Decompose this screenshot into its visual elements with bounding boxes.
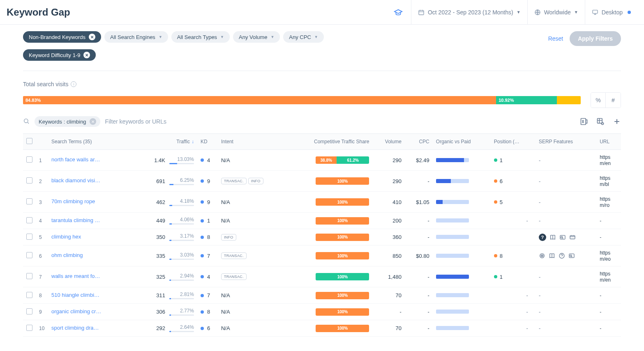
- position-value: -: [494, 292, 532, 298]
- add-button[interactable]: [613, 117, 621, 126]
- close-icon[interactable]: ✕: [90, 118, 96, 125]
- filter-chip-active[interactable]: Non-Branded Keywords✕: [23, 31, 101, 43]
- row-checkbox[interactable]: [26, 273, 32, 279]
- chevron-down-icon: ▼: [270, 35, 274, 39]
- keyword-link[interactable]: 70m climbing rope: [51, 198, 95, 204]
- info-icon[interactable]: i: [71, 81, 76, 87]
- keyword-link[interactable]: 510 hiangle climbi…: [51, 292, 99, 298]
- education-icon[interactable]: [385, 0, 411, 24]
- keyword-link[interactable]: north face walls ar…: [51, 156, 100, 163]
- row-checkbox[interactable]: [26, 292, 32, 298]
- device-selector[interactable]: Desktop: [585, 0, 637, 24]
- keyword-table: Search Terms (35) Traffic↓ KD Intent Com…: [23, 133, 621, 337]
- keyword-filter-label: Keywords : climbing: [39, 119, 86, 125]
- col-intent[interactable]: Intent: [218, 134, 286, 150]
- position-value: 1: [500, 157, 503, 163]
- visits-display-toggle: % #: [591, 92, 621, 108]
- help-icon: [559, 252, 565, 259]
- close-icon[interactable]: ✕: [83, 52, 90, 58]
- filter-chip-dropdown[interactable]: All Search Types▼: [171, 31, 230, 43]
- kd-value: 6: [207, 325, 210, 331]
- col-search-terms[interactable]: Search Terms (35): [48, 134, 127, 150]
- kd-dot-icon: [201, 275, 204, 278]
- select-all-checkbox[interactable]: [26, 138, 32, 144]
- col-position[interactable]: Position (…: [491, 134, 536, 150]
- geo-selector[interactable]: Worldwide ▼: [527, 0, 585, 24]
- kd-dot-icon: [201, 310, 204, 314]
- keyword-link[interactable]: walls are meant fo…: [51, 273, 100, 279]
- search-icon[interactable]: [23, 118, 30, 126]
- position-value: 5: [500, 199, 503, 205]
- intent-tags: TRANSAC.: [221, 252, 283, 259]
- col-ovp[interactable]: Organic vs Paid: [433, 134, 491, 150]
- keyword-link[interactable]: ohm climbing: [51, 252, 83, 258]
- filter-chip-dropdown[interactable]: Any Volume▼: [233, 31, 280, 43]
- url-value: httpsm/bl: [600, 175, 610, 187]
- kd-value: 9: [207, 199, 210, 205]
- organic-vs-paid-bar: [436, 326, 469, 330]
- table-settings-button[interactable]: [596, 117, 605, 126]
- traffic-percent: 2.94%: [169, 273, 194, 279]
- percent-toggle-button[interactable]: %: [591, 93, 606, 108]
- sort-arrow-icon: ↓: [192, 139, 194, 145]
- close-icon[interactable]: ✕: [89, 34, 95, 40]
- row-checkbox[interactable]: [26, 308, 32, 314]
- row-checkbox[interactable]: [26, 156, 32, 163]
- traffic-bar: [169, 298, 194, 299]
- date-range-selector[interactable]: Oct 2022 - Sep 2023 (12 Months) ▼: [411, 0, 527, 24]
- cpc-value: -: [427, 178, 429, 184]
- col-url[interactable]: URL: [596, 134, 621, 150]
- serp-dash: -: [539, 157, 540, 163]
- filter-chip-dropdown[interactable]: Any CPC▼: [283, 31, 323, 43]
- volume-value: 290: [392, 178, 402, 184]
- device-label: Desktop: [602, 9, 623, 16]
- kd-value: 9: [207, 178, 210, 184]
- competitive-share-bar: 100%: [316, 325, 369, 332]
- row-checkbox[interactable]: [26, 198, 32, 204]
- serp-dash: -: [539, 199, 540, 205]
- traffic-value: 350: [150, 234, 165, 240]
- position-dot-icon: [494, 254, 497, 257]
- kd-dot-icon: [201, 200, 204, 204]
- row-checkbox[interactable]: [26, 234, 32, 240]
- kd-dot-icon: [201, 254, 204, 257]
- kd-dot-icon: [201, 158, 204, 162]
- kd-value: 8: [207, 309, 210, 315]
- row-checkbox[interactable]: [26, 217, 32, 223]
- chevron-down-icon: ▼: [220, 35, 224, 39]
- col-volume[interactable]: Volume: [372, 134, 404, 150]
- col-cts[interactable]: Competitive Traffic Share: [286, 134, 373, 150]
- row-checkbox[interactable]: [26, 325, 32, 331]
- traffic-percent: 3.03%: [169, 252, 194, 258]
- organic-vs-paid-bar: [436, 218, 469, 223]
- filter-chip-dropdown[interactable]: All Search Engines▼: [104, 31, 168, 43]
- count-toggle-button[interactable]: #: [606, 93, 621, 108]
- filter-input[interactable]: [105, 118, 196, 125]
- col-kd[interactable]: KD: [197, 134, 218, 150]
- visits-segment: 84.83%: [23, 96, 496, 104]
- reset-link[interactable]: Reset: [548, 35, 563, 42]
- keyword-link[interactable]: tarantula climbing …: [51, 217, 100, 223]
- row-checkbox[interactable]: [26, 252, 32, 258]
- table-row: 4tarantula climbing …4494.06%1N/A100%200…: [23, 213, 621, 229]
- filter-chip-active[interactable]: Keyword Difficulty 1-9✕: [23, 49, 96, 61]
- apply-filters-button[interactable]: Apply Filters: [570, 31, 621, 46]
- traffic-percent: 3.17%: [169, 233, 194, 239]
- keyword-link[interactable]: sport climbing dra…: [51, 325, 99, 331]
- row-checkbox[interactable]: [26, 177, 32, 184]
- keyword-link[interactable]: black diamond visi…: [51, 177, 100, 184]
- col-serp[interactable]: SERP Features: [536, 134, 596, 150]
- cpc-value: $1.05: [416, 199, 429, 205]
- keyword-link[interactable]: climbing hex: [51, 234, 81, 240]
- traffic-percent: 6.25%: [169, 177, 194, 183]
- row-number: 7: [39, 274, 42, 280]
- col-cpc[interactable]: CPC: [405, 134, 433, 150]
- keyword-filter-chip[interactable]: Keywords : climbing ✕: [35, 116, 100, 127]
- export-excel-button[interactable]: [580, 117, 588, 126]
- volume-value: 850: [392, 253, 402, 259]
- cpc-value: -: [427, 234, 429, 240]
- keyword-link[interactable]: organic climbing cr…: [51, 308, 101, 314]
- volume-value: 1,480: [388, 274, 402, 280]
- col-traffic[interactable]: Traffic↓: [127, 134, 197, 150]
- geo-label: Worldwide: [544, 9, 571, 16]
